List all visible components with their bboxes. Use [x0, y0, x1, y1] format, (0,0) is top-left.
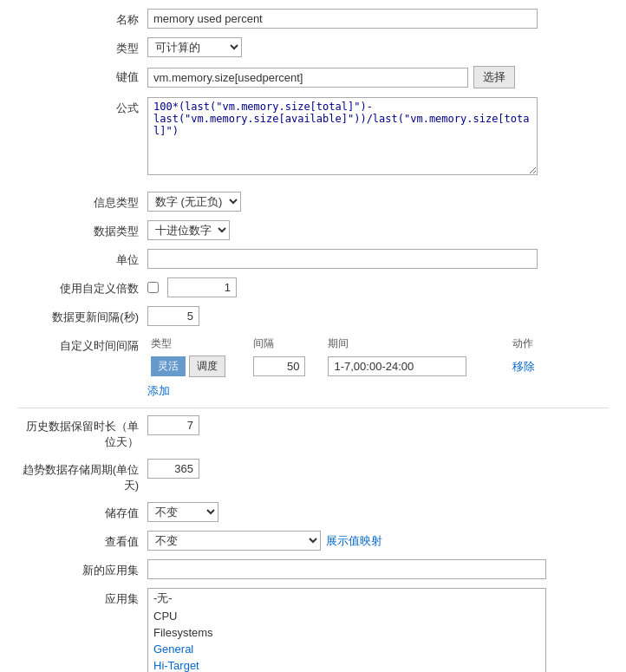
key-row: 键值 选择 — [17, 66, 609, 88]
store-val-control: 不变 差量 平均速度 — [147, 502, 609, 522]
formula-label: 公式 — [17, 97, 147, 116]
trend-input[interactable] — [147, 459, 199, 479]
data-type-row: 数据类型 十进位数字 八进位 十六进位 — [17, 220, 609, 240]
appset-item-hi-target[interactable]: Hi-Target — [148, 657, 545, 672]
multiplier-input[interactable] — [167, 277, 237, 297]
custom-multiplier-row: 使用自定义倍数 — [17, 277, 609, 297]
col-period: 期间 — [324, 335, 509, 353]
appset-control: -无- CPU Filesystems General Hi-Target Me… — [147, 588, 609, 672]
key-input[interactable] — [147, 68, 468, 88]
name-control — [147, 9, 609, 29]
custom-multiplier-control — [147, 277, 609, 297]
name-label: 名称 — [17, 9, 147, 28]
type-select[interactable]: 可计算的 Zabbix客户端 SNMP — [147, 37, 242, 57]
trend-label: 趋势数据存储周期(单位天) — [17, 459, 147, 493]
check-val-select[interactable]: 不变 差量 其他 — [147, 531, 321, 551]
info-type-label: 信息类型 — [17, 192, 147, 211]
unit-label: 单位 — [17, 249, 147, 268]
btn-schedule[interactable]: 调度 — [189, 356, 225, 377]
new-appset-row: 新的应用集 — [17, 559, 609, 579]
custom-multiplier-label: 使用自定义倍数 — [17, 277, 147, 297]
custom-time-table: 类型 间隔 期间 动作 灵活 调度 — [147, 335, 546, 380]
table-row: 灵活 调度 移除 — [147, 353, 546, 380]
custom-multiplier-checkbox[interactable] — [147, 282, 159, 293]
check-val-row: 查看值 不变 差量 其他 展示值映射 — [17, 531, 609, 551]
unit-input[interactable] — [147, 249, 538, 269]
store-val-select[interactable]: 不变 差量 平均速度 — [147, 502, 218, 522]
col-interval: 间隔 — [250, 335, 324, 353]
name-input[interactable] — [147, 9, 538, 29]
history-input[interactable] — [147, 415, 199, 435]
col-action: 动作 — [509, 335, 546, 353]
update-interval-input[interactable] — [147, 306, 199, 326]
update-interval-row: 数据更新间隔(秒) — [17, 306, 609, 326]
trend-control — [147, 459, 609, 479]
remove-button[interactable]: 移除 — [512, 359, 535, 375]
interval-cell — [250, 353, 324, 380]
update-interval-label: 数据更新间隔(秒) — [17, 306, 147, 325]
check-val-label: 查看值 — [17, 531, 147, 550]
history-row: 历史数据保留时长（单位天） — [17, 415, 609, 450]
history-label: 历史数据保留时长（单位天） — [17, 415, 147, 450]
appset-row: 应用集 -无- CPU Filesystems General Hi-Targe… — [17, 588, 609, 672]
type-row: 类型 可计算的 Zabbix客户端 SNMP — [17, 37, 609, 57]
info-type-select[interactable]: 数字 (无正负) 字符 数字 (浮点) — [147, 192, 241, 212]
check-val-control: 不变 差量 其他 展示值映射 — [147, 531, 609, 551]
store-val-label: 储存值 — [17, 502, 147, 521]
appset-label: 应用集 — [17, 588, 147, 607]
new-appset-input[interactable] — [147, 559, 546, 579]
period-field-input[interactable] — [328, 356, 466, 376]
name-row: 名称 — [17, 9, 609, 29]
appset-item-none[interactable]: -无- — [148, 589, 545, 608]
unit-row: 单位 — [17, 249, 609, 269]
key-label: 键值 — [17, 66, 147, 85]
add-button[interactable]: 添加 — [147, 383, 170, 399]
formula-control: 100*(last("vm.memory.size[total]")- last… — [147, 97, 609, 178]
custom-time-label: 自定义时间间隔 — [17, 335, 147, 354]
new-appset-label: 新的应用集 — [17, 559, 147, 578]
history-control — [147, 415, 609, 435]
action-cell: 移除 — [509, 353, 546, 380]
type-cell: 灵活 调度 — [147, 353, 250, 380]
trend-row: 趋势数据存储周期(单位天) — [17, 459, 609, 493]
appset-item-filesystems[interactable]: Filesystems — [148, 624, 545, 641]
key-select-button[interactable]: 选择 — [473, 66, 515, 88]
custom-time-control: 类型 间隔 期间 动作 灵活 调度 — [147, 335, 609, 399]
data-type-control: 十进位数字 八进位 十六进位 — [147, 220, 609, 240]
formula-textarea[interactable]: 100*(last("vm.memory.size[total]")- last… — [147, 97, 538, 175]
info-type-control: 数字 (无正负) 字符 数字 (浮点) — [147, 192, 609, 212]
type-label: 类型 — [17, 37, 147, 56]
formula-row: 公式 100*(last("vm.memory.size[total]")- l… — [17, 97, 609, 178]
col-type: 类型 — [147, 335, 250, 353]
data-type-select[interactable]: 十进位数字 八进位 十六进位 — [147, 220, 230, 240]
custom-time-row: 自定义时间间隔 类型 间隔 期间 动作 灵活 调度 — [17, 335, 609, 399]
interval-field-input[interactable] — [253, 356, 305, 376]
btn-flexible[interactable]: 灵活 — [151, 356, 186, 376]
type-control: 可计算的 Zabbix客户端 SNMP — [147, 37, 609, 57]
store-val-row: 储存值 不变 差量 平均速度 — [17, 502, 609, 522]
appset-list: -无- CPU Filesystems General Hi-Target Me… — [147, 588, 546, 672]
value-mapping-link[interactable]: 展示值映射 — [326, 533, 382, 549]
info-type-row: 信息类型 数字 (无正负) 字符 数字 (浮点) — [17, 192, 609, 212]
period-cell — [324, 353, 509, 380]
new-appset-control — [147, 559, 609, 579]
unit-control — [147, 249, 609, 269]
appset-item-general[interactable]: General — [148, 641, 545, 657]
update-interval-control — [147, 306, 609, 326]
data-type-label: 数据类型 — [17, 220, 147, 239]
key-control: 选择 — [147, 66, 609, 88]
appset-item-cpu[interactable]: CPU — [148, 608, 545, 624]
